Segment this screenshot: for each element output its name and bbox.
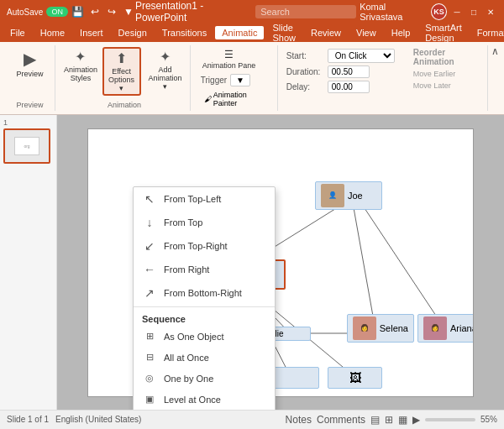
painter-icon: 🖌 <box>204 95 212 103</box>
timing-section: Start: On Click With Previous After Prev… <box>281 45 400 111</box>
ribbon-collapse[interactable]: ∧ <box>491 45 499 111</box>
move-earlier-label: Reorder Animation <box>410 47 480 67</box>
menu-smartart-design[interactable]: SmartArt Design <box>418 21 468 44</box>
sequence-section-label: Sequence <box>134 309 275 326</box>
redo-icon[interactable]: ↪ <box>105 5 118 18</box>
dropdown-item-one-by-one[interactable]: ◎ One by One <box>134 368 275 389</box>
normal-view-icon[interactable]: ▤ <box>370 414 380 426</box>
window-controls: ─ □ ✕ <box>450 5 497 18</box>
notes-button[interactable]: Notes <box>286 414 312 426</box>
slide-thumbnail[interactable]: org <box>3 128 50 164</box>
bottom-right-label: From Bottom-Right <box>164 288 242 298</box>
slide-panel: 1 org <box>0 115 57 410</box>
trigger-label: Trigger <box>201 76 227 85</box>
dropdown-item-top-right[interactable]: ↙ From Top-Right <box>134 234 275 258</box>
minimize-btn[interactable]: ─ <box>450 5 464 18</box>
timing-duration-row: Duration: <box>286 65 395 78</box>
menu-review[interactable]: Review <box>304 26 348 39</box>
dropdown-item-all-at-once[interactable]: ⊟ All at Once <box>134 347 275 368</box>
slideshow-icon[interactable]: ▶ <box>412 414 420 426</box>
svg-line-2 <box>361 203 439 321</box>
ribbon-group-reorder: Reorder Animation Move Earlier Move Late… <box>403 45 488 111</box>
org-node-joe[interactable]: 👤 Joe <box>315 181 382 210</box>
menu-animatic[interactable]: Animatic <box>215 26 264 39</box>
save-icon[interactable]: 💾 <box>71 5 85 18</box>
dropdown-item-level-at-once[interactable]: ▣ Level at Once <box>134 389 275 410</box>
search-input[interactable] <box>255 5 356 18</box>
timing-delay-row: Delay: <box>286 81 395 93</box>
menu-view[interactable]: View <box>349 26 383 39</box>
trigger-row: Trigger ▼ <box>201 74 250 86</box>
label-selena: Selena <box>380 323 408 333</box>
ribbon-content: ▶ Preview Preview ✦ AnimationStyles ⬆ Ef… <box>0 42 504 114</box>
main-area: 1 org <box>0 115 504 410</box>
all-at-once-icon: ⊟ <box>142 352 157 363</box>
slide-number: 1 <box>3 118 53 127</box>
label-joe: Joe <box>348 191 363 201</box>
close-btn[interactable]: ✕ <box>484 5 497 18</box>
one-by-one-icon: ◎ <box>142 373 157 384</box>
delay-input[interactable] <box>328 81 370 93</box>
ribbon-group-pane: ☰ Animation Pane Trigger ▼ 🖌 Animation P… <box>194 45 278 111</box>
add-animation-button[interactable]: ✦ AddAnimation ▾ <box>144 47 186 92</box>
top-left-icon: ↖ <box>142 192 157 206</box>
dropdown-separator <box>134 306 275 307</box>
menu-transitions[interactable]: Transitions <box>155 26 213 39</box>
one-object-label: As One Object <box>164 332 224 342</box>
title-bar-left: AutoSave ON 💾 ↩ ↪ ▼ <box>7 5 135 18</box>
animation-painter-button[interactable]: 🖌 Animation Painter <box>201 89 270 109</box>
title-bar-right: Komal Srivastava KS ─ □ ✕ <box>255 2 497 22</box>
dropdown-item-top-left[interactable]: ↖ From Top-Left <box>134 187 275 211</box>
menu-insert[interactable]: Insert <box>73 26 110 39</box>
org-node-box2[interactable]: 🖼 <box>328 367 382 389</box>
collapse-icon[interactable]: ∧ <box>491 45 499 57</box>
undo-icon[interactable]: ↩ <box>88 5 102 18</box>
effect-options-dropdown: ↖ From Top-Left ↓ From Top ↙ From Top-Ri… <box>133 186 276 410</box>
add-animation-icon: ✦ <box>160 49 171 65</box>
user-name: Komal Srivastava <box>360 2 428 22</box>
top-left-label: From Top-Left <box>164 194 221 204</box>
restore-btn[interactable]: □ <box>467 5 480 18</box>
zoom-slider[interactable] <box>425 418 475 421</box>
avatar-ariana: 👩 <box>423 317 447 340</box>
dropdown-item-top[interactable]: ↓ From Top <box>134 211 275 234</box>
org-node-selena[interactable]: 👩 Selena <box>347 314 414 343</box>
preview-button[interactable]: ▶ Preview <box>13 47 46 80</box>
org-node-ariana[interactable]: 👩 Ariana <box>417 314 474 343</box>
duration-label: Duration: <box>286 67 324 76</box>
box2-icon: 🖼 <box>349 371 361 385</box>
menu-format[interactable]: Format <box>470 26 504 39</box>
status-right: Notes Comments ▤ ⊞ ▦ ▶ 55% <box>286 414 497 426</box>
status-left: Slide 1 of 1 English (United States) <box>7 415 141 424</box>
menu-slideshow[interactable]: Slide Show <box>265 21 302 44</box>
level-at-once-label: Level at Once <box>164 395 221 405</box>
menu-file[interactable]: File <box>3 26 32 39</box>
ribbon-group-preview: ▶ Preview Preview <box>5 45 55 111</box>
duration-input[interactable] <box>328 65 370 78</box>
animation-styles-button[interactable]: ✦ AnimationStyles <box>62 47 98 84</box>
customize-icon[interactable]: ▼ <box>122 5 135 18</box>
effect-options-button[interactable]: ⬆ EffectOptions ▾ <box>102 47 141 96</box>
language-info: English (United States) <box>55 415 141 424</box>
zoom-level: 55% <box>480 415 497 424</box>
dropdown-item-bottom-right[interactable]: ↗ From Bottom-Right <box>134 281 275 305</box>
one-object-icon: ⊞ <box>142 331 157 342</box>
menu-help[interactable]: Help <box>385 26 417 39</box>
start-label: Start: <box>286 51 324 60</box>
dropdown-item-one-object[interactable]: ⊞ As One Object <box>134 326 275 347</box>
slide-sorter-icon[interactable]: ⊞ <box>385 414 393 426</box>
menu-design[interactable]: Design <box>112 26 154 39</box>
start-select[interactable]: On Click With Previous After Previous <box>328 49 395 63</box>
autosave-toggle[interactable]: ON <box>46 7 68 17</box>
comments-button[interactable]: Comments <box>317 414 365 426</box>
animation-pane-button[interactable]: ☰ Animation Pane <box>201 47 258 71</box>
move-earlier-button: Move Earlier <box>410 69 480 79</box>
animation-pane-icon: ☰ <box>224 49 234 60</box>
slide-info: Slide 1 of 1 <box>7 415 49 424</box>
dropdown-item-right[interactable]: ← From Right <box>134 258 275 281</box>
menu-home[interactable]: Home <box>34 26 71 39</box>
trigger-button[interactable]: ▼ <box>230 74 250 86</box>
reading-view-icon[interactable]: ▦ <box>398 414 407 426</box>
animation-group-label: Animation <box>108 101 141 109</box>
avatar: KS <box>431 3 447 20</box>
